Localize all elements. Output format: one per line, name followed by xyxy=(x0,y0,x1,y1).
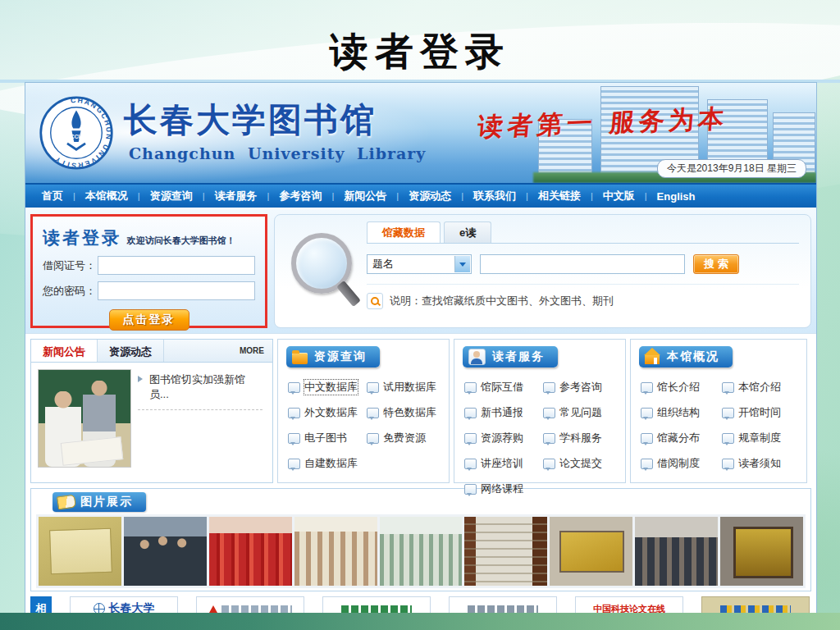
section-link[interactable]: 自建数据库 xyxy=(288,456,367,471)
search-input[interactable] xyxy=(480,254,685,274)
small-magnifier-icon xyxy=(367,293,383,309)
speech-bubble-icon xyxy=(288,382,300,393)
link-label: 新书通报 xyxy=(481,405,523,420)
related-links-tab[interactable]: 相 xyxy=(30,596,52,614)
news-list: 图书馆切实加强新馆员... xyxy=(131,369,266,468)
magnifier-handle xyxy=(336,281,361,307)
section-link[interactable]: 电子图书 xyxy=(288,431,367,445)
password-input[interactable] xyxy=(98,281,255,300)
photo-reading-room[interactable] xyxy=(294,517,377,586)
section-link[interactable]: 中文数据库 xyxy=(288,380,367,395)
section-links: 馆际互借参考咨询新书通报常见问题资源荐购学科服务讲座培训论文提交网络课程 xyxy=(454,368,625,504)
photo-plaque[interactable] xyxy=(550,517,632,586)
photo-bookshelves[interactable] xyxy=(380,517,463,586)
section-link[interactable]: 学科服务 xyxy=(543,431,622,445)
nav-item-10[interactable]: 中文版 xyxy=(593,189,645,203)
nav-item-2[interactable]: 本馆概况 xyxy=(75,189,138,203)
section-link[interactable]: 资源荐购 xyxy=(464,431,543,445)
speech-bubble-icon xyxy=(464,433,477,444)
link-label: 馆长介绍 xyxy=(657,380,700,395)
tab-e-read[interactable]: e读 xyxy=(444,221,491,243)
card-number-input[interactable] xyxy=(98,256,255,275)
login-heading: 读者登录 欢迎访问长春大学图书馆！ xyxy=(43,226,255,249)
search-button[interactable]: 搜 索 xyxy=(693,254,739,274)
speech-bubble-icon xyxy=(543,433,555,444)
nav-item-3[interactable]: 资源查询 xyxy=(140,189,203,203)
photo-stack-aisle[interactable] xyxy=(464,517,547,586)
link-label: 讲座培训 xyxy=(481,456,523,471)
news-tabs: 新闻公告 资源动态 MORE xyxy=(31,340,272,363)
link-label: 资源荐购 xyxy=(481,431,523,445)
speech-bubble-icon xyxy=(641,408,653,418)
link-label: 规章制度 xyxy=(738,431,781,445)
partner-logo-2[interactable] xyxy=(196,596,304,614)
section-link[interactable]: 新书通报 xyxy=(464,405,543,420)
section-links: 馆长介绍本馆介绍组织结构开馆时间馆藏分布规章制度借阅制度读者须知 xyxy=(631,368,806,479)
nav-item-6[interactable]: 新闻公告 xyxy=(334,189,396,203)
link-label: 中文数据库 xyxy=(304,380,358,395)
nav-item-9[interactable]: 相关链接 xyxy=(528,189,591,203)
login-search-band: 读者登录 欢迎访问长春大学图书馆！ 借阅证号： 您的密码： 点击登录 xyxy=(25,209,816,334)
section-link[interactable]: 规章制度 xyxy=(722,431,803,445)
section-link[interactable]: 参考咨询 xyxy=(543,380,622,395)
section-link[interactable]: 特色数据库 xyxy=(367,405,445,420)
section-link[interactable]: 借阅制度 xyxy=(641,456,722,471)
section-link[interactable]: 常见问题 xyxy=(543,405,622,420)
section-link[interactable]: 开馆时间 xyxy=(722,405,803,420)
password-label: 您的密码： xyxy=(43,284,96,299)
section-link[interactable]: 试用数据库 xyxy=(367,380,445,395)
photo-award-plaque[interactable] xyxy=(720,517,803,586)
speech-bubble-icon xyxy=(464,382,477,393)
logo-abbr: CCU xyxy=(71,134,82,139)
search-panel: 馆藏数据 e读 题名 搜 索 说明：查找馆藏纸质中文图书、外文图书、期刊 xyxy=(274,214,811,328)
section-link[interactable]: 馆际互借 xyxy=(464,380,543,395)
nav-item-8[interactable]: 联系我们 xyxy=(463,189,526,203)
nav-item-7[interactable]: 资源动态 xyxy=(399,189,461,203)
more-link[interactable]: MORE xyxy=(240,340,272,362)
china-sci-tech-papers-online-logo[interactable]: 中国科技论文在线 xyxy=(575,596,683,614)
speech-bubble-icon xyxy=(722,408,734,418)
photo-performance[interactable] xyxy=(209,517,292,586)
nav-item-11[interactable]: English xyxy=(647,190,705,203)
gallery-title: 图片展示 xyxy=(80,495,133,509)
section-link[interactable]: 讲座培训 xyxy=(464,456,543,471)
section-link[interactable]: 论文提交 xyxy=(543,456,622,471)
middle-row: 新闻公告 资源动态 MORE 图书馆切实加强新馆员... 资源查询中文数据库试用… xyxy=(30,339,811,483)
photo-certificate[interactable] xyxy=(39,517,121,586)
partner-logo-4[interactable] xyxy=(449,596,557,614)
speech-bubble-icon xyxy=(367,382,379,393)
partner-logo-3[interactable] xyxy=(322,596,431,614)
section-link[interactable]: 组织结构 xyxy=(641,405,722,420)
changchun-university-logo[interactable]: 长春大学 xyxy=(70,596,178,614)
photo-delegation[interactable] xyxy=(124,517,207,586)
partner-label: 长春大学 xyxy=(109,601,155,614)
tab-news-announcements[interactable]: 新闻公告 xyxy=(31,340,98,362)
news-item[interactable]: 图书馆切实加强新馆员... xyxy=(138,371,262,410)
tab-resource-updates[interactable]: 资源动态 xyxy=(98,340,164,362)
search-field-select[interactable]: 题名 xyxy=(367,254,472,274)
section-header-tab: 资源查询 xyxy=(286,346,380,368)
search-field-value: 题名 xyxy=(372,257,394,272)
slide-title: 读者登录 xyxy=(0,26,840,78)
section-link[interactable]: 免费资源 xyxy=(367,431,445,445)
section-link[interactable]: 网络课程 xyxy=(464,482,543,496)
section-link[interactable]: 外文数据库 xyxy=(288,405,367,420)
section-link[interactable]: 读者须知 xyxy=(722,456,803,471)
link-label: 参考咨询 xyxy=(559,380,602,395)
nav-item-1[interactable]: 首页 xyxy=(32,189,73,203)
slide-bottom-band xyxy=(0,613,840,630)
section-link[interactable]: 馆长介绍 xyxy=(641,380,722,395)
nav-item-5[interactable]: 参考咨询 xyxy=(269,189,331,203)
photo-visitors[interactable] xyxy=(635,517,718,586)
search-tabs: 馆藏数据 e读 xyxy=(367,221,799,244)
partner-banner-6[interactable] xyxy=(701,596,810,614)
login-button[interactable]: 点击登录 xyxy=(109,309,189,331)
section-link[interactable]: 本馆介绍 xyxy=(722,380,803,395)
partner-logo-graphic xyxy=(720,605,791,613)
site-header: CHANGCHUN UNIVERSITY CCU 长春大学图书馆 Changch… xyxy=(25,83,816,183)
nav-item-4[interactable]: 读者服务 xyxy=(205,189,267,203)
section-link[interactable]: 馆藏分布 xyxy=(641,431,722,445)
library-website-screenshot: CHANGCHUN UNIVERSITY CCU 长春大学图书馆 Changch… xyxy=(25,82,817,614)
speech-bubble-icon xyxy=(722,459,734,469)
tab-collection-data[interactable]: 馆藏数据 xyxy=(367,221,441,243)
